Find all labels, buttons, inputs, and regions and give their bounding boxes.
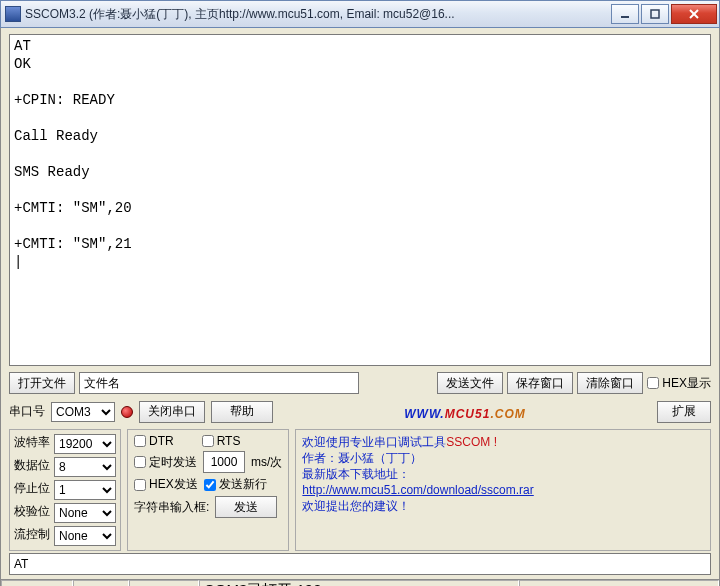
hex-show-checkbox[interactable] xyxy=(647,377,659,389)
window-title: SSCOM3.2 (作者:聂小猛(丁丁), 主页http://www.mcu51… xyxy=(25,6,609,23)
dtr-label: DTR xyxy=(149,434,174,448)
close-button[interactable] xyxy=(671,4,717,24)
timer-send-checkbox[interactable] xyxy=(134,456,146,468)
stopbits-label: 停止位 xyxy=(14,480,50,500)
parity-select[interactable]: None xyxy=(54,503,116,523)
send-file-button[interactable]: 发送文件 xyxy=(437,372,503,394)
clear-window-button[interactable]: 清除窗口 xyxy=(577,372,643,394)
send-newline-label: 发送新行 xyxy=(219,476,267,493)
dtr-checkbox-wrap[interactable]: DTR xyxy=(134,434,174,448)
status-bar: w.mcu51.c S:4 R:88 COM3已打开 192 CTS=0 DSR… xyxy=(1,579,719,586)
maximize-button[interactable] xyxy=(641,4,669,24)
record-indicator-icon[interactable] xyxy=(121,406,133,418)
expand-button[interactable]: 扩展 xyxy=(657,401,711,423)
title-bar: SSCOM3.2 (作者:聂小猛(丁丁), 主页http://www.mcu51… xyxy=(0,0,720,28)
databits-select[interactable]: 8 xyxy=(54,457,116,477)
receive-area-wrap: AT OK +CPIN: READY Call Ready SMS Ready … xyxy=(1,28,719,368)
status-url: w.mcu51.c xyxy=(1,580,73,586)
baud-select[interactable]: 19200 xyxy=(54,434,116,454)
info-suggest: 欢迎提出您的建议！ xyxy=(302,498,704,514)
help-button[interactable]: 帮助 xyxy=(211,401,273,423)
info-panel: 欢迎使用专业串口调试工具SSCOM ! 作者：聂小猛（丁丁） 最新版本下载地址：… xyxy=(295,429,711,551)
download-link[interactable]: http://www.mcu51.com/download/sscom.rar xyxy=(302,483,533,497)
hex-send-label: HEX发送 xyxy=(149,476,198,493)
svg-rect-1 xyxy=(651,10,659,18)
status-sent: S:4 xyxy=(73,580,129,586)
rts-label: RTS xyxy=(217,434,241,448)
open-file-button[interactable]: 打开文件 xyxy=(9,372,75,394)
info-download-label: 最新版本下载地址： xyxy=(302,466,704,482)
minimize-button[interactable] xyxy=(611,4,639,24)
send-button[interactable]: 发送 xyxy=(215,496,277,518)
serial-settings-group: 波特率 19200 数据位 8 停止位 1 校验位 None 流控制 None xyxy=(9,429,121,551)
parity-label: 校验位 xyxy=(14,503,50,523)
brand-logo: WWW.MCU51.COM xyxy=(279,400,651,423)
send-row xyxy=(1,553,719,579)
status-lines: CTS=0 DSR=0 RLSD=0 xyxy=(519,580,719,586)
settings-area: 波特率 19200 数据位 8 停止位 1 校验位 None 流控制 None … xyxy=(1,425,719,553)
timer-send-label: 定时发送 xyxy=(149,454,197,471)
timer-send-checkbox-wrap[interactable]: 定时发送 xyxy=(134,454,197,471)
file-name-field[interactable] xyxy=(79,372,359,394)
info-author: 作者：聂小猛（丁丁） xyxy=(302,450,704,466)
info-line1b: SSCOM ! xyxy=(446,435,497,449)
baud-label: 波特率 xyxy=(14,434,50,454)
send-input[interactable] xyxy=(9,553,711,575)
hex-show-checkbox-wrap[interactable]: HEX显示 xyxy=(647,375,711,392)
app-icon xyxy=(5,6,21,22)
send-newline-checkbox-wrap[interactable]: 发送新行 xyxy=(204,476,267,493)
info-line1a: 欢迎使用专业串口调试工具 xyxy=(302,435,446,449)
file-row: 打开文件 发送文件 保存窗口 清除窗口 HEX显示 xyxy=(1,368,719,398)
port-row: 串口号 COM3 关闭串口 帮助 WWW.MCU51.COM 扩展 xyxy=(1,398,719,425)
stopbits-select[interactable]: 1 xyxy=(54,480,116,500)
receive-textarea[interactable]: AT OK +CPIN: READY Call Ready SMS Ready … xyxy=(9,34,711,366)
save-window-button[interactable]: 保存窗口 xyxy=(507,372,573,394)
port-select[interactable]: COM3 xyxy=(51,402,115,422)
client-area: AT OK +CPIN: READY Call Ready SMS Ready … xyxy=(0,28,720,586)
hex-send-checkbox[interactable] xyxy=(134,479,146,491)
rts-checkbox[interactable] xyxy=(202,435,214,447)
status-recv: R:88 xyxy=(129,580,199,586)
hex-send-checkbox-wrap[interactable]: HEX发送 xyxy=(134,476,198,493)
ms-unit-label: ms/次 xyxy=(251,454,282,471)
rts-checkbox-wrap[interactable]: RTS xyxy=(202,434,241,448)
databits-label: 数据位 xyxy=(14,457,50,477)
status-port: COM3已打开 192 xyxy=(199,580,519,586)
close-port-button[interactable]: 关闭串口 xyxy=(139,401,205,423)
hex-show-label: HEX显示 xyxy=(662,375,711,392)
interval-field[interactable] xyxy=(203,451,245,473)
send-options-group: DTR RTS 定时发送 ms/次 HEX发送 发送新行 字符串输入框: 发送 xyxy=(127,429,289,551)
flow-select[interactable]: None xyxy=(54,526,116,546)
send-newline-checkbox[interactable] xyxy=(204,479,216,491)
dtr-checkbox[interactable] xyxy=(134,435,146,447)
port-label: 串口号 xyxy=(9,403,45,420)
send-input-label: 字符串输入框: xyxy=(134,499,209,516)
window-buttons xyxy=(609,4,717,24)
flow-label: 流控制 xyxy=(14,526,50,546)
